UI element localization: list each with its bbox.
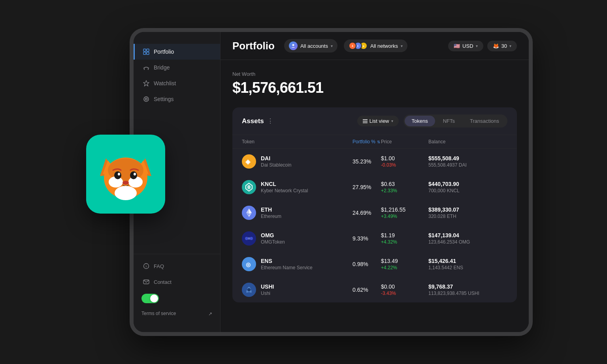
portfolio-pct: 35.23% xyxy=(353,158,381,165)
currency-selector[interactable]: 🇺🇸 USD ▾ xyxy=(448,41,483,51)
col-portfolio-pct[interactable]: Portfolio % ⇅ xyxy=(353,139,381,144)
token-cell-ens: ◎ ENS Ethereum Name Service xyxy=(242,257,353,271)
portfolio-pct: 0.98% xyxy=(353,261,381,267)
table-row[interactable]: USHI Ushi 0.62% $0.00 -3.43% $9,768.37 1… xyxy=(232,277,517,302)
portfolio-pct: 27.95% xyxy=(353,184,381,190)
contact-icon xyxy=(143,278,150,285)
sidebar-item-bridge[interactable]: Bridge xyxy=(134,60,220,75)
tab-transactions[interactable]: Transactions xyxy=(463,116,506,126)
svg-text:B: B xyxy=(362,45,364,47)
assets-title: Assets xyxy=(242,117,264,125)
table-row[interactable]: ETH Ethereum 24.69% $1,216.55 +3.49% $38… xyxy=(232,200,517,226)
token-name: Ushi xyxy=(261,291,274,296)
price-cell: $0.00 -3.43% xyxy=(381,283,428,296)
token-symbol: DAI xyxy=(261,155,291,161)
svg-rect-15 xyxy=(147,49,149,51)
svg-text:?: ? xyxy=(145,265,147,268)
svg-point-22 xyxy=(144,97,149,101)
token-icon-kncl xyxy=(242,180,256,194)
svg-point-26 xyxy=(292,44,294,46)
balance-cell: $15,426.41 1,143.5442 ENS xyxy=(428,258,507,270)
networks-label: All networks xyxy=(370,43,398,49)
token-cell-dai: ◈ DAI Dai Stablecoin xyxy=(242,154,353,169)
list-view-label: List view xyxy=(369,118,389,124)
svg-point-48 xyxy=(248,237,250,240)
settings-icon xyxy=(143,96,150,103)
token-icon-eth xyxy=(242,206,256,220)
balance-cell: $9,768.37 113,823,938.4785 USHI xyxy=(428,283,507,296)
balance-cell: $389,330.07 320.028 ETH xyxy=(428,206,507,219)
svg-text:Ξ: Ξ xyxy=(357,45,359,47)
content-area: Net Worth $1,576,661.51 Assets ⋮ xyxy=(221,60,529,332)
networks-icons: Ξ B xyxy=(349,42,368,50)
sidebar-item-portfolio[interactable]: Portfolio xyxy=(134,44,220,60)
col-balance: Balance xyxy=(428,139,507,144)
token-name: Ethereum Name Service xyxy=(261,265,313,270)
price-change: -0.03% xyxy=(381,162,428,168)
token-cell-eth: ETH Ethereum xyxy=(242,206,353,220)
balance-usd: $15,426.41 xyxy=(428,258,507,264)
notifications-button[interactable]: 🦊 30 ▾ xyxy=(487,41,517,51)
table-row[interactable]: ◈ DAI Dai Stablecoin 35.23% $1.00 -0.03%… xyxy=(232,149,517,174)
svg-point-10 xyxy=(130,171,137,179)
assets-menu-icon[interactable]: ⋮ xyxy=(267,117,273,125)
networks-selector[interactable]: Ξ B All networks ▾ xyxy=(344,39,407,52)
net-worth-label: Net Worth xyxy=(232,71,517,77)
balance-amount: 113,823,938.4785 USHI xyxy=(428,291,507,296)
table-row[interactable]: KNCL Kyber Network Crystal 27.95% $0.63 … xyxy=(232,174,517,200)
tab-group: Tokens NFTs Transactions xyxy=(403,114,507,128)
assets-header: Assets ⋮ List view ▾ xyxy=(232,107,517,135)
portfolio-pct: 24.69% xyxy=(353,210,381,216)
balance-amount: 1,143.5442 ENS xyxy=(428,265,507,270)
price-cell: $1.19 +4.32% xyxy=(381,232,428,245)
accounts-selector[interactable]: All accounts ▾ xyxy=(284,39,337,53)
theme-toggle-wrap xyxy=(134,290,220,307)
portfolio-icon xyxy=(143,48,150,55)
sidebar-item-settings[interactable]: Settings xyxy=(134,91,220,107)
external-link-icon: ↗ xyxy=(208,311,212,317)
price-cell: $13.49 +4.22% xyxy=(381,258,428,270)
svg-rect-14 xyxy=(143,49,146,51)
token-symbol: ETH xyxy=(261,206,281,213)
svg-point-9 xyxy=(114,171,121,179)
token-cell-kncl: KNCL Kyber Network Crystal xyxy=(242,180,353,194)
view-selector: List view ▾ xyxy=(357,116,399,126)
terms-label[interactable]: Terms of service xyxy=(141,310,176,317)
list-view-chevron: ▾ xyxy=(391,119,393,123)
svg-rect-16 xyxy=(143,52,146,54)
theme-toggle[interactable] xyxy=(141,294,159,303)
table-header: Token Portfolio % ⇅ Price Balance xyxy=(232,135,517,149)
tab-nfts[interactable]: NFTs xyxy=(436,116,462,126)
list-view-button[interactable]: List view ▾ xyxy=(357,116,399,126)
table-row[interactable]: OMG OMGToken 9.33% $1.19 +4.32% $147,139… xyxy=(232,226,517,251)
sidebar-item-watchlist[interactable]: Watchlist xyxy=(134,75,220,91)
price-value: $0.00 xyxy=(381,283,428,290)
balance-usd: $9,768.37 xyxy=(428,283,507,290)
sidebar-item-contact[interactable]: Contact xyxy=(134,274,220,290)
price-change: +2.33% xyxy=(381,188,428,193)
balance-cell: $555,508.49 555,508.4937 DAI xyxy=(428,155,507,168)
price-value: $1.19 xyxy=(381,232,428,238)
balance-amount: 123,646.2534 OMG xyxy=(428,239,507,245)
price-change: +3.49% xyxy=(381,214,428,219)
tab-tokens[interactable]: Tokens xyxy=(405,116,435,126)
price-change: -3.43% xyxy=(381,291,428,296)
sidebar-item-faq[interactable]: ? FAQ xyxy=(134,258,220,274)
portfolio-pct: 0.62% xyxy=(353,287,381,293)
balance-amount: 555,508.4937 DAI xyxy=(428,162,507,168)
sidebar-watchlist-label: Watchlist xyxy=(154,80,176,86)
token-icon-ushi xyxy=(242,283,256,297)
sidebar-bridge-label: Bridge xyxy=(154,64,170,71)
svg-point-12 xyxy=(134,173,136,176)
price-change: +4.22% xyxy=(381,265,428,270)
accounts-chevron: ▾ xyxy=(331,44,333,48)
accounts-label: All accounts xyxy=(300,43,328,49)
price-cell: $0.63 +2.33% xyxy=(381,181,428,193)
portfolio-pct: 9.33% xyxy=(353,235,381,242)
table-row[interactable]: ◎ ENS Ethereum Name Service 0.98% $13.49… xyxy=(232,251,517,277)
token-symbol: OMG xyxy=(261,232,285,238)
balance-usd: $389,330.07 xyxy=(428,206,507,213)
token-name: Ethereum xyxy=(261,214,281,219)
svg-point-11 xyxy=(118,173,120,176)
notifications-count: 30 xyxy=(501,43,507,49)
